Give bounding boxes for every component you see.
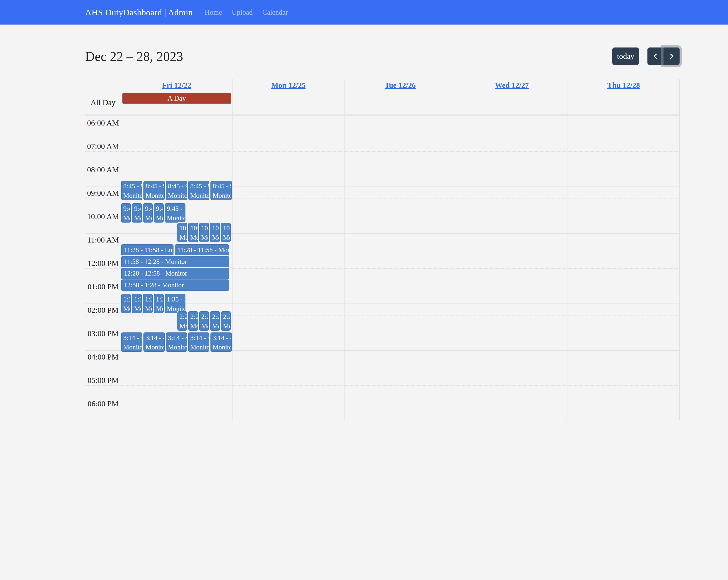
event-title: Monitor (189, 233, 198, 242)
time-slot-label: 10:00 AM (85, 210, 121, 221)
event-title: Monitor (200, 233, 208, 242)
event-time-title: 12:58 - 1:28 - Monitor (122, 280, 184, 290)
timegrid-event[interactable]: 11:58 - 12:28 - Monitor (121, 256, 229, 267)
allday-cell (344, 91, 456, 114)
event-title: Monitor (211, 342, 231, 352)
event-time: 3:14 - 4:04 (144, 333, 164, 342)
event-time: 10:33 - 11:23 (222, 223, 230, 233)
half-hour-line (85, 292, 679, 292)
day-header-link[interactable]: Wed 12/27 (495, 81, 529, 90)
event-time: 10:33 - 11:23 (210, 223, 219, 233)
prev-button[interactable] (647, 48, 664, 65)
timegrid-event[interactable]: 2:20 - 3:10Monitor (199, 311, 209, 331)
timegrid-event[interactable]: 9:43 - 10:33Monitor (165, 203, 185, 222)
day-header-link[interactable]: Fri 12/22 (162, 81, 191, 90)
event-title: Monitor (178, 321, 187, 331)
timegrid: 06:00 AM07:00 AM08:00 AM09:00 AM10:00 AM… (85, 116, 679, 420)
event-title: Monitor (189, 342, 209, 352)
timegrid-event[interactable]: 3:14 - 4:04Monitor (144, 333, 164, 352)
nav-item-upload[interactable]: Upload (232, 8, 253, 17)
timegrid-event[interactable]: 1:35 - 2:25Monitor (121, 294, 131, 313)
timegrid-event[interactable]: 8:45 - 9:35Monitor (210, 181, 232, 200)
event-title: Monitor (166, 191, 187, 200)
timegrid-event[interactable]: 9:43 - 10:33Monitor (132, 203, 141, 222)
timegrid-event[interactable]: 11:28 - 11:58 - Lunch Relief (121, 244, 174, 256)
allday-row: All Day A Day (85, 91, 679, 114)
timegrid-event[interactable]: 8:45 - 9:35Monitor (121, 181, 142, 200)
calendar-toolbar: Dec 22 – 28, 2023 today (85, 45, 680, 68)
event-title: Monitor (122, 213, 130, 222)
timegrid-event[interactable]: 1:35 - 2:25Monitor (132, 294, 141, 313)
event-time: 3:14 - 4:04 (189, 333, 209, 342)
event-title: Monitor (166, 342, 187, 352)
timegrid-event[interactable]: 12:58 - 1:28 - Monitor (121, 280, 229, 291)
time-slot-label: 08:00 AM (85, 163, 121, 174)
timegrid-event[interactable]: 10:33 - 11:23Monitor (188, 223, 198, 242)
allday-event[interactable]: A Day (122, 93, 231, 104)
event-time: 3:14 - 4:04 (166, 333, 187, 342)
half-hour-line (85, 409, 679, 409)
timegrid-event[interactable]: 8:45 - 9:35Monitor (188, 181, 209, 200)
nav-item-calendar[interactable]: Calendar (262, 8, 288, 17)
day-header-cell: Thu 12/28 (568, 79, 679, 91)
timegrid-event[interactable]: 3:14 - 4:04Monitor (210, 333, 232, 352)
timegrid-event[interactable]: 3:14 - 4:04Monitor (121, 333, 142, 352)
hour-line (85, 140, 679, 140)
timegrid-event[interactable]: 10:33 - 11:23Monitor (221, 223, 231, 242)
half-hour-line (85, 128, 679, 128)
time-slot-label: 07:00 AM (85, 140, 121, 151)
timegrid-event[interactable]: 1:35 - 2:25Monitor (154, 294, 163, 313)
day-header-cell: Fri 12/22 (121, 79, 233, 91)
time-slot-label: 11:00 AM (85, 233, 121, 244)
day-header-cell: Wed 12/27 (456, 79, 568, 91)
timegrid-event[interactable]: 1:35 - 2:25Monitor (165, 294, 185, 313)
event-time: 9:43 - 10:33 (122, 204, 130, 213)
next-button[interactable] (664, 48, 680, 65)
timegrid-event[interactable]: 9:43 - 10:33Monitor (154, 203, 163, 222)
allday-cell (568, 91, 679, 114)
event-time: 2:20 - 3:10 (189, 312, 198, 321)
timegrid-event[interactable]: 8:45 - 9:35Monitor (166, 181, 187, 200)
day-header-link[interactable]: Tue 12/26 (385, 81, 416, 90)
event-title: Monitor (154, 213, 163, 222)
today-button[interactable]: today (612, 48, 639, 65)
timegrid-event[interactable]: 8:45 - 9:35Monitor (144, 181, 164, 200)
timegrid-event[interactable]: 10:33 - 11:23Monitor (177, 223, 187, 242)
timegrid-event[interactable]: 1:35 - 2:25Monitor (143, 294, 153, 313)
event-title: Monitor (154, 304, 163, 313)
event-time: 1:35 - 2:25 (122, 294, 130, 304)
timegrid-event[interactable]: 2:20 - 3:10Monitor (221, 311, 231, 331)
day-header-cell: Tue 12/26 (344, 79, 456, 91)
timegrid-event[interactable]: 3:14 - 4:04Monitor (166, 333, 187, 352)
time-slot-label: 04:00 PM (85, 350, 121, 361)
event-title: Monitor (144, 342, 164, 352)
time-slot-label: 01:00 PM (85, 280, 121, 291)
event-time: 1:35 - 2:25 (165, 294, 185, 304)
toolbar-buttons: today (612, 48, 680, 65)
day-header-link[interactable]: Thu 12/28 (607, 81, 640, 90)
day-header-link[interactable]: Mon 12/25 (271, 81, 306, 90)
timegrid-event[interactable]: 2:20 - 3:10Monitor (177, 311, 187, 331)
event-title: Monitor (222, 321, 230, 331)
event-time: 3:14 - 4:04 (122, 333, 142, 342)
chevron-right-icon (668, 53, 675, 60)
timegrid-event[interactable]: 2:20 - 3:10Monitor (188, 311, 198, 331)
event-title: Monitor (165, 213, 185, 222)
timegrid-event[interactable]: 10:33 - 11:23Monitor (210, 223, 219, 242)
app-brand[interactable]: AHS DutyDashboard | Admin (85, 7, 193, 18)
nav-item-home[interactable]: Home (205, 8, 222, 17)
event-time-title: 11:28 - 11:58 - Lunch Relief (122, 245, 173, 255)
event-title: Monitor (189, 191, 209, 200)
timegrid-event[interactable]: 11:28 - 11:58 - Monitor (175, 244, 229, 256)
nav-links: Home Upload Calendar (205, 8, 288, 17)
timegrid-event[interactable]: 9:43 - 10:33Monitor (121, 203, 131, 222)
timegrid-event[interactable]: 3:14 - 4:04Monitor (188, 333, 209, 352)
timegrid-event[interactable]: 2:20 - 3:10Monitor (210, 311, 219, 331)
event-title: Monitor (122, 342, 142, 352)
allday-label: All Day (85, 91, 121, 114)
timegrid-event[interactable]: 10:33 - 11:23Monitor (199, 223, 209, 242)
event-title: Monitor (210, 233, 219, 242)
timegrid-event[interactable]: 9:43 - 10:33Monitor (143, 203, 153, 222)
event-title: Monitor (132, 213, 141, 222)
timegrid-event[interactable]: 12:28 - 12:58 - Monitor (121, 268, 229, 279)
